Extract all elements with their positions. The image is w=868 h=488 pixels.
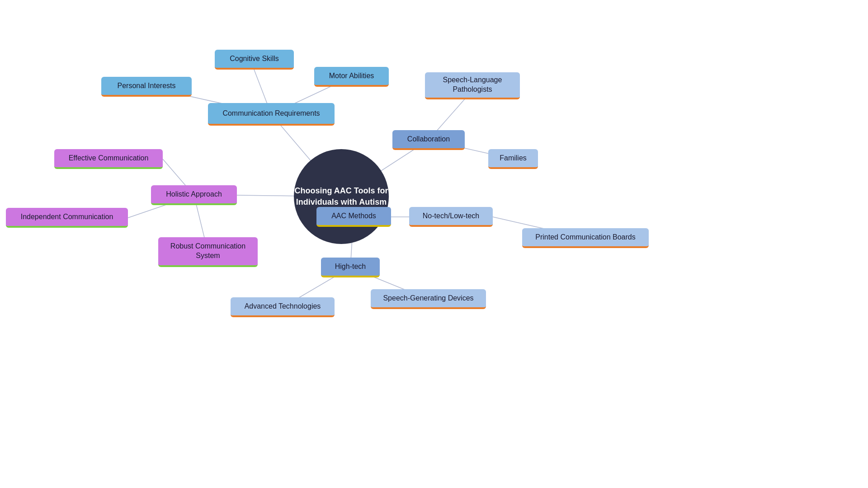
node-aac-methods: AAC Methods — [316, 207, 391, 227]
node-collaboration: Collaboration — [392, 130, 465, 150]
node-families: Families — [488, 149, 538, 169]
node-printed-boards: Printed Communication Boards — [522, 228, 649, 248]
node-cognitive-skills: Cognitive Skills — [215, 50, 294, 70]
center-node: Choosing AAC Tools for Individuals with … — [294, 149, 389, 244]
node-robust-communication: Robust Communication System — [158, 237, 258, 267]
mind-map-canvas: Choosing AAC Tools for Individuals with … — [0, 0, 868, 488]
node-no-tech: No-tech/Low-tech — [409, 207, 493, 227]
node-personal-interests: Personal Interests — [101, 77, 192, 97]
node-speech-language: Speech-Language Pathologists — [425, 72, 520, 99]
node-high-tech: High-tech — [321, 258, 380, 277]
node-independent-communication: Independent Communication — [6, 208, 128, 228]
node-communication-requirements: Communication Requirements — [208, 103, 335, 126]
node-holistic-approach: Holistic Approach — [151, 185, 237, 205]
node-advanced-technologies: Advanced Technologies — [231, 297, 335, 317]
node-speech-generating: Speech-Generating Devices — [371, 289, 486, 309]
center-label: Choosing AAC Tools for Individuals with … — [294, 185, 389, 208]
node-effective-communication: Effective Communication — [54, 149, 163, 169]
node-motor-abilities: Motor Abilities — [314, 67, 389, 87]
